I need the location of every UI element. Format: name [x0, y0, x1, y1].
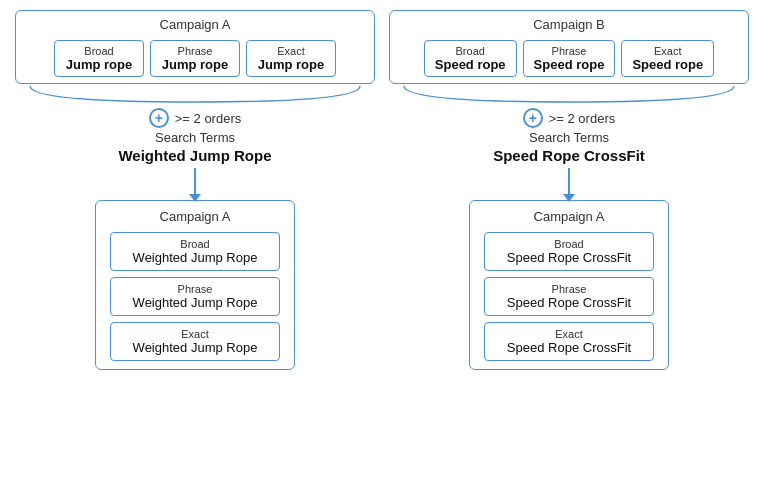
campaign-b-top-label: Campaign B [398, 17, 740, 32]
keyword-box-b-phrase: Phrase Speed Rope CrossFit [484, 277, 654, 316]
main-container: Campaign A Broad Jump rope Phrase Jump r… [0, 0, 764, 501]
kw-value: Weighted Jump Rope [121, 250, 269, 265]
kw-value: Weighted Jump Rope [121, 340, 269, 355]
brace-b [389, 84, 749, 104]
plus-orders-row-b: + >= 2 orders [523, 108, 616, 128]
keyword-box-b-exact: Exact Speed Rope CrossFit [484, 322, 654, 361]
match-keyword: Jump rope [65, 57, 133, 72]
kw-value: Speed Rope CrossFit [495, 340, 643, 355]
campaign-b-bottom-label: Campaign A [534, 209, 605, 224]
plus-circle-a: + [149, 108, 169, 128]
campaign-bottom-a: Campaign A Broad Weighted Jump Rope Phra… [95, 200, 295, 370]
kw-type: Broad [495, 238, 643, 250]
info-section-b: + >= 2 orders Search Terms Speed Rope Cr… [493, 108, 645, 164]
match-types-row-b: Broad Speed rope Phrase Speed rope Exact… [398, 40, 740, 77]
campaign-top-b: Campaign B Broad Speed rope Phrase Speed… [389, 10, 749, 84]
match-keyword: Jump rope [161, 57, 229, 72]
arrow-down-a [194, 168, 196, 196]
match-box-b-exact: Exact Speed rope [621, 40, 714, 77]
plus-circle-b: + [523, 108, 543, 128]
plus-orders-row-a: + >= 2 orders [149, 108, 242, 128]
kw-type: Broad [121, 238, 269, 250]
match-box-b-broad: Broad Speed rope [424, 40, 517, 77]
info-section-a: + >= 2 orders Search Terms Weighted Jump… [118, 108, 271, 164]
search-terms-label-a: Search Terms [155, 130, 235, 145]
match-types-row-a: Broad Jump rope Phrase Jump rope Exact J… [24, 40, 366, 77]
match-box-a-exact: Exact Jump rope [246, 40, 336, 77]
match-type-label: Broad [65, 45, 133, 57]
keyword-box-a-broad: Broad Weighted Jump Rope [110, 232, 280, 271]
match-type-label: Phrase [161, 45, 229, 57]
match-keyword: Speed rope [435, 57, 506, 72]
orders-text-b: >= 2 orders [549, 111, 616, 126]
right-side: Campaign B Broad Speed rope Phrase Speed… [382, 10, 756, 491]
campaign-a-top-label: Campaign A [24, 17, 366, 32]
match-type-label: Exact [632, 45, 703, 57]
brace-a [15, 84, 375, 104]
campaign-a-bottom-label: Campaign A [160, 209, 231, 224]
match-box-a-phrase: Phrase Jump rope [150, 40, 240, 77]
match-keyword: Speed rope [534, 57, 605, 72]
keyword-box-a-exact: Exact Weighted Jump Rope [110, 322, 280, 361]
kw-type: Exact [121, 328, 269, 340]
match-type-label: Broad [435, 45, 506, 57]
campaign-bottom-b: Campaign A Broad Speed Rope CrossFit Phr… [469, 200, 669, 370]
kw-type: Phrase [121, 283, 269, 295]
campaign-top-a: Campaign A Broad Jump rope Phrase Jump r… [15, 10, 375, 84]
kw-value: Speed Rope CrossFit [495, 250, 643, 265]
search-terms-value-a: Weighted Jump Rope [118, 147, 271, 164]
kw-type: Phrase [495, 283, 643, 295]
keyword-box-b-broad: Broad Speed Rope CrossFit [484, 232, 654, 271]
search-terms-value-b: Speed Rope CrossFit [493, 147, 645, 164]
keyword-box-a-phrase: Phrase Weighted Jump Rope [110, 277, 280, 316]
match-box-a-broad: Broad Jump rope [54, 40, 144, 77]
kw-value: Weighted Jump Rope [121, 295, 269, 310]
search-terms-label-b: Search Terms [529, 130, 609, 145]
kw-type: Exact [495, 328, 643, 340]
kw-value: Speed Rope CrossFit [495, 295, 643, 310]
match-keyword: Jump rope [257, 57, 325, 72]
match-type-label: Phrase [534, 45, 605, 57]
orders-text-a: >= 2 orders [175, 111, 242, 126]
match-keyword: Speed rope [632, 57, 703, 72]
match-type-label: Exact [257, 45, 325, 57]
match-box-b-phrase: Phrase Speed rope [523, 40, 616, 77]
left-side: Campaign A Broad Jump rope Phrase Jump r… [8, 10, 382, 491]
arrow-down-b [568, 168, 570, 196]
